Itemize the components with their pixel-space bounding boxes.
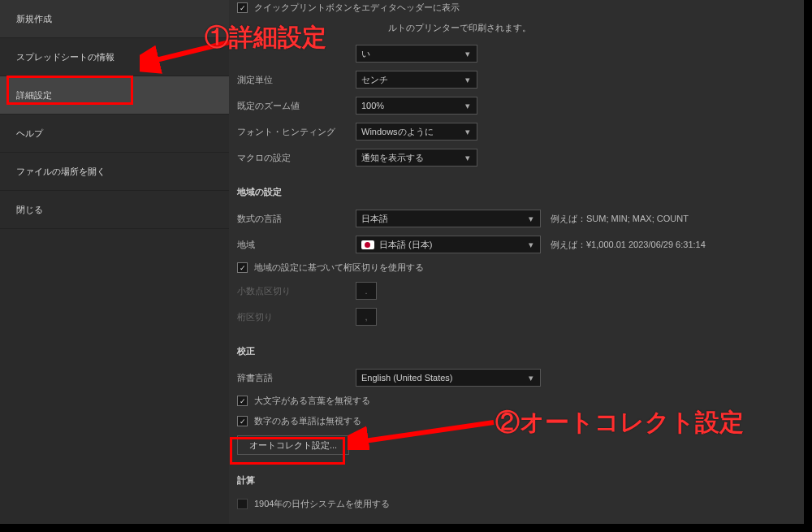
right-border <box>804 0 812 532</box>
dict-lang-dropdown[interactable]: English (United States) ▾ <box>356 369 541 387</box>
chevron-down-icon: ▾ <box>527 214 535 224</box>
section-title-proofing: 校正 <box>237 345 804 357</box>
use-1904-checkbox[interactable] <box>237 499 248 509</box>
ignore-digits-label: 数字のある単語は無視する <box>254 415 361 427</box>
sidebar-item-label: ファイルの場所を開く <box>16 166 106 178</box>
group-sep-input: , <box>356 308 377 326</box>
chevron-down-icon: ▾ <box>464 127 472 137</box>
decimal-sep-label: 小数点区切り <box>237 285 356 297</box>
sidebar-item-new[interactable]: 新規作成 <box>0 0 229 38</box>
quickprint-checkbox[interactable]: ✓ <box>237 2 248 13</box>
textbox-value: . <box>365 286 367 296</box>
meas-unit-dropdown[interactable]: センチ ▾ <box>356 71 477 89</box>
partial-dropdown[interactable]: い ▾ <box>356 45 477 63</box>
section-title-calc: 計算 <box>237 474 804 487</box>
dropdown-value: Windowsのように <box>361 126 434 138</box>
sidebar-item-label: スプレッドシートの情報 <box>16 51 114 63</box>
font-hint-label: フォント・ヒンティング <box>237 126 356 138</box>
decimal-sep-input: . <box>356 282 377 300</box>
textbox-value: , <box>365 312 367 322</box>
formula-lang-hint: 例えば：SUM; MIN; MAX; COUNT <box>551 213 689 225</box>
section-title-region: 地域の設定 <box>237 186 804 198</box>
japan-flag-icon <box>361 240 374 249</box>
bottom-border <box>0 524 812 532</box>
zoom-label: 既定のズーム値 <box>237 100 356 112</box>
printer-hint-text: ルトのプリンターで印刷されます。 <box>388 22 531 34</box>
chevron-down-icon: ▾ <box>527 240 535 250</box>
sidebar-item-label: ヘルプ <box>16 128 43 140</box>
sidebar-item-close[interactable]: 閉じる <box>0 191 229 229</box>
formula-lang-dropdown[interactable]: 日本語 ▾ <box>356 210 541 227</box>
button-label: オートコレクト設定... <box>249 439 337 452</box>
locale-dropdown[interactable]: 日本語 (日本) ▾ <box>356 236 541 253</box>
dict-lang-label: 辞書言語 <box>237 372 356 384</box>
macro-label: マクロの設定 <box>237 152 356 164</box>
autocorrect-settings-button[interactable]: オートコレクト設定... <box>237 435 349 455</box>
sidebar-item-label: 閉じる <box>16 204 43 216</box>
sidebar-item-open-location[interactable]: ファイルの場所を開く <box>0 153 229 191</box>
sidebar-item-help[interactable]: ヘルプ <box>0 115 229 153</box>
dropdown-value: 日本語 (日本) <box>379 239 432 251</box>
ignore-digits-checkbox[interactable]: ✓ <box>237 416 248 426</box>
dropdown-value: 通知を表示する <box>361 152 424 164</box>
group-sep-label: 桁区切り <box>237 311 356 323</box>
font-hint-dropdown[interactable]: Windowsのように ▾ <box>356 123 477 141</box>
ignore-uppercase-label: 大文字がある言葉を無視する <box>254 395 370 407</box>
file-menu-sidebar: 新規作成 スプレッドシートの情報 詳細設定 ヘルプ ファイルの場所を開く 閉じる <box>0 0 229 532</box>
dropdown-value: センチ <box>361 74 388 86</box>
zoom-dropdown[interactable]: 100% ▾ <box>356 97 477 115</box>
locale-hint: 例えば：¥1,000.01 2023/06/29 6:31:14 <box>551 239 706 251</box>
macro-dropdown[interactable]: 通知を表示する ▾ <box>356 149 477 167</box>
formula-lang-label: 数式の言語 <box>237 213 356 225</box>
partial-dropdown-value: い <box>361 48 370 60</box>
sidebar-item-info[interactable]: スプレッドシートの情報 <box>0 38 229 76</box>
use-region-separator-label: 地域の設定に基づいて桁区切りを使用する <box>254 262 424 274</box>
chevron-down-icon: ▾ <box>464 153 472 163</box>
locale-label: 地域 <box>237 239 356 251</box>
chevron-down-icon: ▾ <box>464 101 472 111</box>
dropdown-value: 100% <box>361 101 384 110</box>
advanced-settings-pane: ✓ クイックプリントボタンをエディタヘッダーに表示 ルトのプリンターで印刷されま… <box>229 0 812 532</box>
use-region-separator-checkbox[interactable]: ✓ <box>237 262 248 273</box>
sidebar-item-advanced[interactable]: 詳細設定 <box>0 76 229 115</box>
chevron-down-icon: ▾ <box>464 49 472 59</box>
sidebar-item-label: 詳細設定 <box>16 89 52 102</box>
dropdown-value: 日本語 <box>361 213 388 225</box>
use-1904-label: 1904年の日付システムを使用する <box>254 498 390 510</box>
chevron-down-icon: ▾ <box>464 75 472 85</box>
ignore-uppercase-checkbox[interactable]: ✓ <box>237 396 248 406</box>
quickprint-label: クイックプリントボタンをエディタヘッダーに表示 <box>254 2 460 14</box>
meas-unit-label: 測定単位 <box>237 74 356 86</box>
chevron-down-icon: ▾ <box>527 373 535 383</box>
sidebar-item-label: 新規作成 <box>16 13 52 25</box>
dropdown-value: English (United States) <box>361 373 453 383</box>
